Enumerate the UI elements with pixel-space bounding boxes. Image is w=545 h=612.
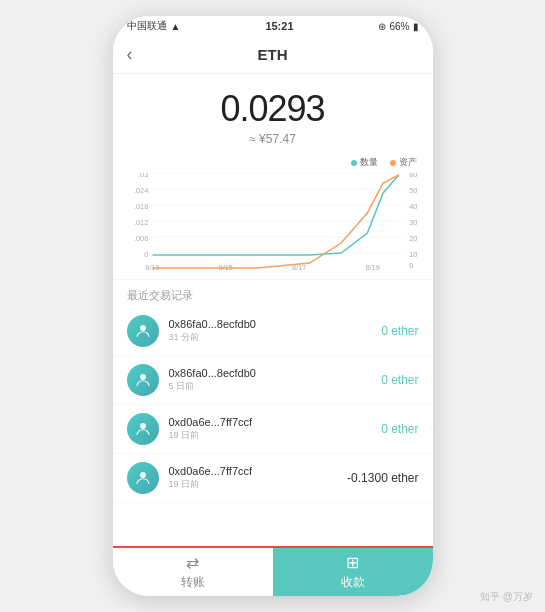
svg-text:.024: .024 (133, 187, 147, 195)
svg-point-24 (140, 374, 146, 380)
tx-amount: 0 ether (381, 324, 418, 338)
svg-text:8/13: 8/13 (145, 264, 159, 272)
tx-address: 0xd0a6e...7ff7ccf (169, 416, 372, 428)
legend-asset-label: 资产 (399, 156, 417, 169)
transfer-icon: ⇄ (186, 553, 199, 572)
tx-time: 19 日前 (169, 429, 372, 442)
svg-text:8/17: 8/17 (292, 264, 306, 272)
watermark: 知乎 @万岁 (480, 590, 533, 604)
status-left: 中国联通 ▲ (127, 19, 181, 33)
tx-address: 0x86fa0...8ecfdb0 (169, 318, 372, 330)
carrier-label: 中国联通 (127, 19, 167, 33)
tx-amount: -0.1300 ether (347, 471, 418, 485)
legend-quantity-label: 数量 (360, 156, 378, 169)
chart-legend: 数量 资产 (121, 156, 425, 169)
table-row: 0xd0a6e...7ff7ccf 19 日前 0 ether (113, 405, 433, 454)
status-right: ⊛ 66% ▮ (378, 21, 418, 32)
recent-tx-title: 最近交易记录 (113, 279, 433, 307)
legend-asset: 资产 (390, 156, 417, 169)
svg-text:8/19: 8/19 (365, 264, 379, 272)
svg-text:30: 30 (409, 219, 417, 227)
svg-text:.03: .03 (138, 173, 148, 179)
tx-amount: 0 ether (381, 422, 418, 436)
legend-quantity: 数量 (351, 156, 378, 169)
transfer-button[interactable]: ⇄ 转账 (113, 548, 273, 596)
bottom-bar: ⇄ 转账 ⊞ 收款 (113, 546, 433, 596)
svg-text:.012: .012 (133, 219, 147, 227)
svg-text:.006: .006 (133, 235, 147, 243)
legend-quantity-dot (351, 160, 357, 166)
nav-bar: ‹ ETH (113, 36, 433, 74)
chart-section: 数量 资产 .03 .024 (113, 156, 433, 279)
svg-text:20: 20 (409, 235, 417, 243)
tx-address: 0x86fa0...8ecfdb0 (169, 367, 372, 379)
wifi-icon: ▲ (171, 21, 181, 32)
svg-text:0: 0 (409, 262, 413, 270)
table-row: 0x86fa0...8ecfdb0 31 分前 0 ether (113, 307, 433, 356)
svg-text:50: 50 (409, 187, 417, 195)
balance-section: 0.0293 ≈ ¥57.47 (113, 74, 433, 156)
svg-point-26 (140, 472, 146, 478)
tx-time: 5 日前 (169, 380, 372, 393)
tx-address: 0xd0a6e...7ff7ccf (169, 465, 338, 477)
tx-info: 0xd0a6e...7ff7ccf 19 日前 (169, 416, 372, 442)
transfer-label: 转账 (181, 574, 205, 591)
receive-button[interactable]: ⊞ 收款 (273, 548, 433, 596)
tx-amount: 0 ether (381, 373, 418, 387)
receive-label: 收款 (341, 574, 365, 591)
chart-container: .03 .024 .018 .012 .006 0 60 50 40 30 20… (121, 173, 425, 273)
svg-point-25 (140, 423, 146, 429)
avatar (127, 462, 159, 494)
svg-text:40: 40 (409, 203, 417, 211)
table-row: 0x86fa0...8ecfdb0 5 日前 0 ether (113, 356, 433, 405)
tx-time: 31 分前 (169, 331, 372, 344)
tx-time: 19 日前 (169, 478, 338, 491)
svg-point-23 (140, 325, 146, 331)
phone-frame: 中国联通 ▲ 15:21 ⊛ 66% ▮ ‹ ETH 0.0293 ≈ ¥57.… (113, 16, 433, 596)
avatar (127, 315, 159, 347)
status-bar: 中国联通 ▲ 15:21 ⊛ 66% ▮ (113, 16, 433, 36)
balance-cny: ≈ ¥57.47 (113, 132, 433, 146)
battery-icon: ▮ (413, 21, 419, 32)
status-time: 15:21 (265, 20, 293, 32)
bluetooth-icon: ⊛ (378, 21, 386, 32)
tx-info: 0xd0a6e...7ff7ccf 19 日前 (169, 465, 338, 491)
legend-asset-dot (390, 160, 396, 166)
svg-text:8/15: 8/15 (218, 264, 232, 272)
back-button[interactable]: ‹ (127, 44, 133, 65)
avatar (127, 364, 159, 396)
nav-title: ETH (258, 46, 288, 63)
balance-amount: 0.0293 (113, 88, 433, 130)
main-content: 0.0293 ≈ ¥57.47 数量 资产 (113, 74, 433, 546)
tx-list: 0x86fa0...8ecfdb0 31 分前 0 ether 0x86fa0.… (113, 307, 433, 503)
svg-text:10: 10 (409, 251, 417, 259)
svg-text:0: 0 (144, 251, 148, 259)
bottom-bar-wrapper: 点击「收款」 ⇄ 转账 ⊞ 收款 (113, 546, 433, 596)
avatar (127, 413, 159, 445)
svg-text:.018: .018 (133, 203, 147, 211)
table-row: 0xd0a6e...7ff7ccf 19 日前 -0.1300 ether (113, 454, 433, 503)
tx-info: 0x86fa0...8ecfdb0 5 日前 (169, 367, 372, 393)
receive-icon: ⊞ (346, 553, 359, 572)
svg-text:60: 60 (409, 173, 417, 179)
tx-info: 0x86fa0...8ecfdb0 31 分前 (169, 318, 372, 344)
battery-label: 66% (389, 21, 409, 32)
